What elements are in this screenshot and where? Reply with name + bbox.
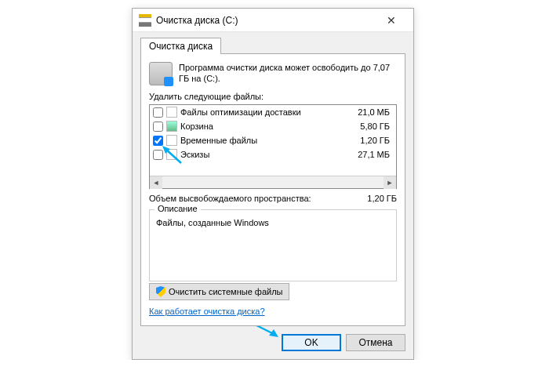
file-size: 1,20 ГБ — [360, 136, 393, 145]
drive-icon — [149, 62, 173, 85]
dialog-window: Очистка диска (C:) ✕ Очистка диска Прогр… — [132, 8, 414, 360]
summary-row: Объем высвобождаемого пространства: 1,20… — [149, 194, 397, 203]
horizontal-scrollbar[interactable]: ◄ ► — [150, 176, 396, 188]
shield-icon — [156, 286, 165, 297]
clean-system-files-label: Очистить системные файлы — [169, 287, 282, 296]
list-item[interactable]: Файлы оптимизации доставки 21,0 МБ — [150, 105, 396, 119]
scroll-left-icon[interactable]: ◄ — [150, 176, 162, 189]
file-name: Корзина — [180, 122, 357, 131]
info-text: Программа очистки диска может освободить… — [179, 62, 397, 85]
scroll-right-icon[interactable]: ► — [384, 176, 396, 189]
file-icon — [166, 149, 177, 160]
file-name: Временные файлы — [180, 136, 357, 145]
help-link[interactable]: Как работает очистка диска? — [149, 307, 265, 316]
file-checkbox[interactable] — [153, 150, 163, 160]
disk-cleanup-icon — [139, 14, 151, 27]
recycle-bin-icon — [166, 121, 177, 132]
file-name: Эскизы — [180, 150, 354, 159]
titlebar[interactable]: Очистка диска (C:) ✕ — [133, 9, 413, 32]
file-checkbox[interactable] — [153, 136, 163, 146]
ok-button[interactable]: OK — [282, 334, 341, 351]
tab-disk-cleanup[interactable]: Очистка диска — [140, 38, 221, 54]
clean-system-files-button[interactable]: Очистить системные файлы — [149, 283, 289, 300]
file-icon — [166, 107, 177, 118]
file-name: Файлы оптимизации доставки — [180, 107, 354, 117]
file-icon — [166, 135, 177, 146]
description-text: Файлы, созданные Windows — [156, 216, 390, 274]
file-checkbox[interactable] — [153, 107, 163, 118]
tab-strip: Очистка диска — [140, 37, 405, 53]
cancel-button[interactable]: Отмена — [346, 334, 405, 351]
file-size: 27,1 МБ — [358, 150, 393, 159]
file-size: 21,0 МБ — [358, 107, 393, 117]
svg-marker-3 — [269, 329, 278, 337]
list-item[interactable]: Эскизы 27,1 МБ — [150, 147, 396, 162]
window-title: Очистка диска (C:) — [156, 15, 376, 26]
summary-value: 1,20 ГБ — [367, 194, 397, 203]
list-item[interactable]: Корзина 5,80 ГБ — [150, 119, 396, 133]
file-checkbox[interactable] — [153, 122, 163, 132]
summary-label: Объем высвобождаемого пространства: — [149, 194, 367, 203]
file-size: 5,80 ГБ — [360, 122, 393, 131]
close-button[interactable]: ✕ — [376, 9, 407, 31]
file-list-scroll[interactable]: Файлы оптимизации доставки 21,0 МБ Корзи… — [150, 105, 396, 176]
dialog-buttons: OK Отмена — [140, 326, 405, 351]
files-to-delete-label: Удалить следующие файлы: — [149, 92, 397, 101]
file-list: Файлы оптимизации доставки 21,0 МБ Корзи… — [149, 104, 397, 189]
description-heading: Описание — [155, 204, 201, 213]
tab-panel: Программа очистки диска может освободить… — [140, 53, 405, 326]
scroll-track[interactable] — [162, 176, 384, 188]
list-item[interactable]: Временные файлы 1,20 ГБ — [150, 133, 396, 147]
description-group: Описание Файлы, созданные Windows — [149, 209, 397, 281]
